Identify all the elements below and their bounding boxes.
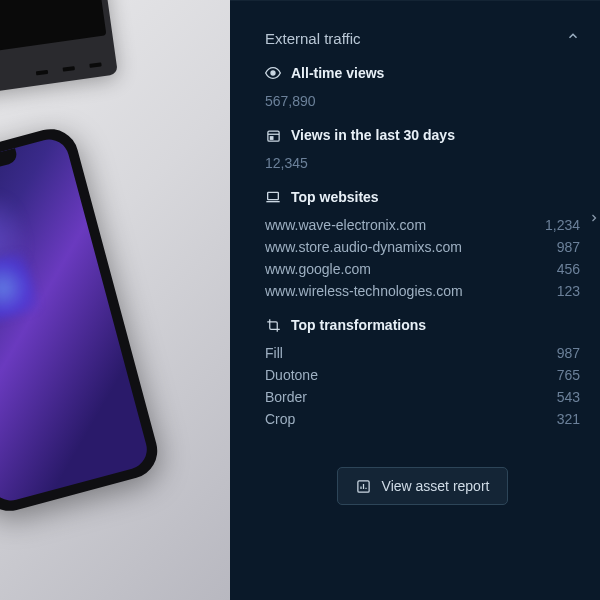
section-title: External traffic <box>265 30 361 47</box>
transform-row: Duotone 765 <box>265 367 580 383</box>
websites-list: www.wave-electronix.com 1,234 www.store.… <box>265 217 580 299</box>
last-30-days-label: Views in the last 30 days <box>291 127 455 143</box>
top-websites-label: Top websites <box>291 189 379 205</box>
transform-count: 543 <box>557 389 580 405</box>
top-transformations-label: Top transformations <box>291 317 426 333</box>
transform-row: Fill 987 <box>265 345 580 361</box>
eye-icon <box>265 65 281 81</box>
website-count: 456 <box>557 261 580 277</box>
last-30-days-block: Views in the last 30 days 12,345 <box>265 127 580 171</box>
top-websites-block: Top websites www.wave-electronix.com 1,2… <box>265 189 580 299</box>
website-row: www.store.audio-dynamixs.com 987 <box>265 239 580 255</box>
report-button-label: View asset report <box>382 478 490 494</box>
transform-count: 321 <box>557 411 580 427</box>
website-count: 987 <box>557 239 580 255</box>
all-time-views-block: All-time views 567,890 <box>265 65 580 109</box>
transform-name: Border <box>265 389 307 405</box>
website-name: www.wireless-technologies.com <box>265 283 463 299</box>
transform-name: Duotone <box>265 367 318 383</box>
website-row: www.google.com 456 <box>265 261 580 277</box>
view-asset-report-button[interactable]: View asset report <box>337 467 509 505</box>
website-name: www.store.audio-dynamixs.com <box>265 239 462 255</box>
all-time-views-value: 567,890 <box>265 93 580 109</box>
all-time-views-label: All-time views <box>291 65 384 81</box>
website-row: www.wave-electronix.com 1,234 <box>265 217 580 233</box>
transform-row: Crop 321 <box>265 411 580 427</box>
transform-name: Crop <box>265 411 295 427</box>
top-transformations-block: Top transformations Fill 987 Duotone 765… <box>265 317 580 427</box>
calendar-icon <box>265 127 281 143</box>
transforms-list: Fill 987 Duotone 765 Border 543 Crop 321 <box>265 345 580 427</box>
laptop-graphic <box>0 0 118 105</box>
website-count: 123 <box>557 283 580 299</box>
phone-graphic <box>0 123 164 517</box>
transform-count: 765 <box>557 367 580 383</box>
transform-count: 987 <box>557 345 580 361</box>
svg-rect-3 <box>270 136 273 139</box>
external-traffic-header[interactable]: External traffic <box>265 1 580 65</box>
transform-name: Fill <box>265 345 283 361</box>
last-30-days-value: 12,345 <box>265 155 580 171</box>
laptop-icon <box>265 189 281 205</box>
bar-chart-icon <box>356 478 372 494</box>
expand-right-icon[interactable] <box>588 210 600 228</box>
website-row: www.wireless-technologies.com 123 <box>265 283 580 299</box>
svg-point-0 <box>271 71 275 75</box>
chevron-up-icon[interactable] <box>566 29 580 47</box>
website-name: www.google.com <box>265 261 371 277</box>
transform-row: Border 543 <box>265 389 580 405</box>
svg-rect-4 <box>268 192 279 199</box>
crop-icon <box>265 317 281 333</box>
external-traffic-panel: External traffic All-time views 567,890 … <box>230 0 600 600</box>
website-count: 1,234 <box>545 217 580 233</box>
website-name: www.wave-electronix.com <box>265 217 426 233</box>
asset-preview-image <box>0 0 230 600</box>
